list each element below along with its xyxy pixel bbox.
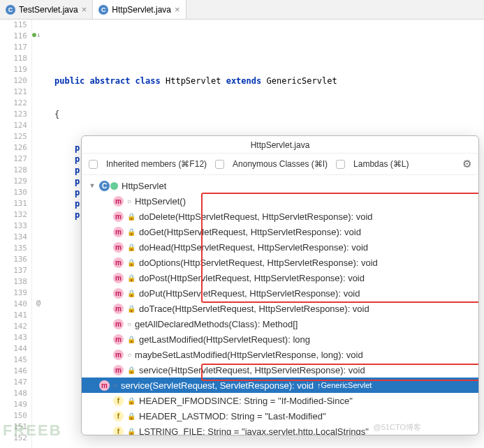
member-label: doGet(HttpServletRequest, HttpServletRes… [139, 227, 361, 237]
member-label: doPost(HttpServletRequest, HttpServletRe… [139, 273, 365, 283]
structure-popup: HttpServlet.java Inherited members (⌘F12… [81, 135, 479, 435]
line-number: 130 [0, 187, 27, 198]
method-icon: m [99, 380, 110, 391]
line-number-gutter: 1151161171181191201211221231241251261271… [0, 20, 32, 448]
member-label: doOptions(HttpServletRequest, HttpServle… [139, 257, 378, 268]
line-number: 122 [0, 98, 27, 109]
tree-root[interactable]: ▼ C HttpServlet [89, 178, 478, 193]
abstract-marker-icon [110, 182, 118, 190]
line-number: 136 [0, 254, 27, 265]
line-number: 144 [0, 343, 27, 354]
line-number: 118 [0, 53, 27, 64]
line-number: 123 [0, 109, 27, 120]
structure-member[interactable]: m○service(ServletRequest, ServletRespons… [82, 378, 478, 393]
inherited-from: ↑GenericServlet [317, 381, 372, 389]
line-number: 135 [0, 243, 27, 254]
line-number: 145 [0, 354, 27, 366]
method-icon: m [113, 211, 124, 222]
line-number: 119 [0, 64, 27, 75]
opt-lambdas-label: Lambdas (⌘L) [353, 159, 409, 169]
structure-member[interactable]: f🔒HEADER_LASTMOD: String = "Last-Modifie… [89, 408, 478, 424]
line-number: 133 [0, 221, 27, 232]
line-number: 126 [0, 142, 27, 154]
line-number: 141 [0, 310, 27, 321]
checkbox-anonymous[interactable] [215, 160, 224, 169]
close-icon[interactable]: × [175, 4, 180, 15]
close-icon[interactable]: × [82, 4, 87, 15]
lock-icon: 🔒 [127, 305, 135, 313]
structure-member[interactable]: m🔒getLastModified(HttpServletRequest): l… [89, 331, 478, 347]
unlock-icon: ○ [127, 197, 131, 205]
class-icon: C [99, 181, 110, 191]
structure-member[interactable]: m○getAllDeclaredMethods(Class): Method[] [89, 316, 478, 331]
line-number: 138 [0, 276, 27, 288]
member-label: LSTRING_FILE: String = "javax.servlet.ht… [139, 426, 369, 436]
lock-icon: 🔒 [127, 290, 135, 297]
structure-member[interactable]: m🔒doGet(HttpServletRequest, HttpServletR… [89, 224, 478, 239]
line-number: 134 [0, 232, 27, 243]
member-label: HEADER_LASTMOD: String = "Last-Modified" [139, 411, 326, 421]
checkbox-inherited[interactable] [89, 160, 98, 169]
structure-member[interactable]: f🔒HEADER_IFMODSINCE: String = "If-Modifi… [89, 393, 478, 408]
java-class-icon: C [98, 5, 108, 15]
structure-member[interactable]: m🔒doPut(HttpServletRequest, HttpServletR… [89, 285, 478, 301]
member-label: getAllDeclaredMethods(Class): Method[] [135, 319, 298, 329]
member-label: doHead(HttpServletRequest, HttpServletRe… [139, 242, 368, 253]
structure-member[interactable]: m○HttpServlet() [89, 193, 478, 209]
watermark: FREEB [3, 421, 62, 440]
line-number: 139 [0, 288, 27, 299]
unlock-icon: ○ [127, 351, 131, 359]
structure-member[interactable]: m🔒doHead(HttpServletRequest, HttpServlet… [89, 239, 478, 255]
lock-icon: 🔒 [127, 397, 135, 405]
method-icon: m [113, 304, 124, 314]
chevron-down-icon[interactable]: ▼ [89, 182, 96, 189]
line-number: 128 [0, 165, 27, 176]
member-label: doPut(HttpServletRequest, HttpServletRes… [139, 288, 360, 299]
field-icon: f [113, 426, 124, 436]
popup-options: Inherited members (⌘F12) Anonymous Class… [82, 154, 478, 175]
member-label: getLastModified(HttpServletRequest): lon… [139, 334, 310, 345]
method-icon: m [113, 288, 124, 299]
override-gutter-icon[interactable]: ●↓ [32, 31, 41, 38]
tree-root-label: HttpServlet [122, 181, 166, 191]
structure-member[interactable]: m🔒doOptions(HttpServletRequest, HttpServ… [89, 255, 478, 270]
line-number: 121 [0, 87, 27, 98]
lock-icon: 🔒 [127, 412, 135, 420]
member-label: HttpServlet() [135, 196, 186, 207]
lock-icon: 🔒 [127, 259, 135, 267]
method-icon: m [113, 350, 124, 360]
checkbox-lambdas[interactable] [336, 160, 345, 169]
line-number: 125 [0, 131, 27, 142]
line-number: 147 [0, 377, 27, 388]
annotation-gutter-icon[interactable]: @ [36, 299, 41, 306]
line-number: 149 [0, 399, 27, 410]
tab-label: TestServlet.java [19, 5, 78, 15]
member-label: maybeSetLastModified(HttpServletResponse… [135, 350, 363, 360]
lock-icon: 🔒 [127, 336, 135, 343]
tab-testservlet[interactable]: C TestServlet.java × [0, 0, 93, 19]
method-icon: m [113, 334, 124, 345]
tab-httpservlet[interactable]: C HttpServlet.java × [93, 0, 186, 19]
structure-member[interactable]: m🔒service(HttpServletRequest, HttpServle… [89, 362, 478, 378]
structure-member[interactable]: m○maybeSetLastModified(HttpServletRespon… [89, 347, 478, 362]
line-number: 132 [0, 209, 27, 221]
structure-member[interactable]: m🔒doDelete(HttpServletRequest, HttpServl… [89, 209, 478, 224]
method-icon: m [113, 196, 124, 207]
method-icon: m [113, 319, 124, 329]
field-icon: f [113, 411, 124, 421]
watermark-source: @51CTO博客 [374, 422, 421, 433]
gear-icon[interactable]: ⚙ [462, 158, 471, 170]
line-number: 140 [0, 299, 27, 310]
field-icon: f [113, 396, 124, 406]
method-icon: m [113, 227, 124, 237]
structure-member[interactable]: m🔒doPost(HttpServletRequest, HttpServlet… [89, 270, 478, 285]
tab-bar: C TestServlet.java × C HttpServlet.java … [0, 0, 484, 20]
line-number: 131 [0, 198, 27, 209]
method-icon: m [113, 242, 124, 253]
popup-title: HttpServlet.java [82, 136, 478, 154]
method-icon: m [113, 273, 124, 283]
tab-label: HttpServlet.java [112, 5, 171, 15]
member-label: service(HttpServletRequest, HttpServletR… [139, 365, 365, 375]
lock-icon: 🔒 [127, 366, 135, 374]
structure-member[interactable]: m🔒doTrace(HttpServletRequest, HttpServle… [89, 301, 478, 316]
